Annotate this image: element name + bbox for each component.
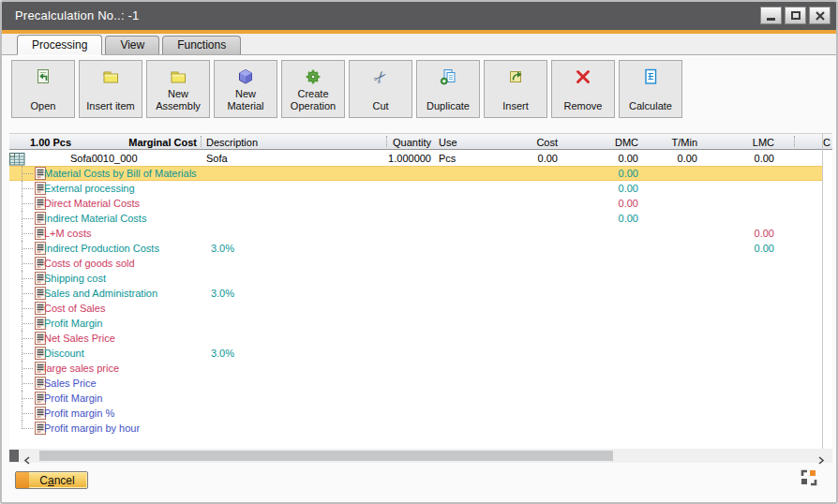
remove-button[interactable]: Remove xyxy=(551,60,615,118)
cancel-button[interactable]: Cancel xyxy=(15,471,88,489)
main-item-row[interactable]: Sofa0010_000 Sofa 1.000000 Pcs 0.00 0.00… xyxy=(9,151,822,166)
table-row[interactable]: Discount 3.0% xyxy=(9,346,822,361)
titlebar: Precalculation No..: -1 xyxy=(2,2,836,30)
column-dmc: DMC xyxy=(573,136,638,149)
row-label: Shipping cost xyxy=(44,272,106,285)
row-dmc-value: 0.00 xyxy=(573,182,638,195)
tree-branch xyxy=(22,398,33,399)
calculate-icon xyxy=(620,67,681,87)
table-row[interactable]: Costs of goods sold xyxy=(9,256,822,271)
tree-branch xyxy=(22,248,33,249)
table-row[interactable]: External processing 0.00 xyxy=(9,181,822,196)
row-dmc-value xyxy=(573,242,638,255)
tree-branch xyxy=(22,353,33,354)
table-row[interactable]: Profit margin by hour xyxy=(9,421,822,436)
column-separator xyxy=(201,136,202,147)
table-row[interactable]: L+M costs 0.00 xyxy=(9,226,822,241)
row-lmc-value xyxy=(709,422,774,435)
scroll-left-button[interactable] xyxy=(23,452,31,468)
new-material-button[interactable]: New Material xyxy=(214,60,277,118)
table-row[interactable]: Sales and Administration 3.0% xyxy=(9,286,822,301)
column-cost: Cost xyxy=(492,136,558,149)
table-row[interactable]: Profit Margin xyxy=(9,316,822,331)
row-lmc-value: 0.00 xyxy=(709,227,774,240)
column-pcs: 1.00 Pcs xyxy=(30,136,71,149)
close-button[interactable] xyxy=(809,7,831,24)
new-assembly-button[interactable]: New Assembly xyxy=(146,60,210,118)
column-quantity: Quantity xyxy=(366,136,431,149)
row-dmc-value xyxy=(573,272,638,285)
row-label: Profit margin % xyxy=(44,407,114,420)
row-label: Profit margin by hour xyxy=(44,422,140,435)
row-label: Net Sales Price xyxy=(44,332,115,345)
window-controls xyxy=(760,7,831,24)
folder-icon xyxy=(80,67,142,87)
table-row[interactable]: Indirect Production Costs 3.0% 0.00 xyxy=(9,241,822,256)
row-dmc-value xyxy=(573,332,638,345)
insert-button[interactable]: Insert xyxy=(484,60,547,118)
row-lmc-value xyxy=(709,272,774,285)
table-row[interactable]: Indirect Material Costs 0.00 xyxy=(9,211,822,226)
table-row[interactable]: Profit margin % xyxy=(9,406,822,421)
row-dmc-value xyxy=(573,407,638,420)
table-row[interactable]: Material Costs by Bill of Materials 0.00 xyxy=(9,166,822,181)
cut-button[interactable]: ✂ Cut xyxy=(349,60,412,118)
row-dmc-value xyxy=(573,287,638,300)
tab-functions[interactable]: Functions xyxy=(162,36,241,54)
horizontal-scrollbar[interactable] xyxy=(9,449,832,463)
row-dmc-value: 0.00 xyxy=(573,212,638,225)
row-dmc-value: 0.00 xyxy=(573,167,638,180)
row-label: Costs of goods sold xyxy=(44,257,135,270)
row-label: Indirect Material Costs xyxy=(44,212,146,225)
column-marginal-cost: Marginal Cost xyxy=(96,136,197,149)
row-percent xyxy=(189,272,234,285)
table-row[interactable]: Net Sales Price xyxy=(9,331,822,346)
table-row[interactable]: Shipping cost xyxy=(9,271,822,286)
item-t-min: 0.00 xyxy=(632,152,697,165)
tree-branch xyxy=(22,383,33,384)
create-operation-button[interactable]: Create Operation xyxy=(281,60,345,118)
maximize-button[interactable] xyxy=(785,7,806,24)
row-lmc-value xyxy=(709,362,774,375)
table-row[interactable]: Direct Material Costs 0.00 xyxy=(9,196,822,211)
row-percent: 3.0% xyxy=(189,287,234,300)
scrollbar-thumb[interactable] xyxy=(39,451,613,461)
row-label: Profit Margin xyxy=(44,392,102,405)
row-dmc-value xyxy=(573,227,638,240)
open-button[interactable]: Open xyxy=(11,60,75,118)
row-percent xyxy=(189,317,234,330)
row-label: Sales Price xyxy=(44,377,97,390)
row-lmc-value xyxy=(709,287,774,300)
row-percent xyxy=(189,257,234,270)
insert-arrow-icon xyxy=(485,67,546,87)
material-cube-icon xyxy=(215,67,277,87)
table-row[interactable]: Cost of Sales xyxy=(9,301,822,316)
tab-view[interactable]: View xyxy=(105,36,159,54)
tree-branch xyxy=(22,233,33,234)
row-lmc-value xyxy=(709,182,774,195)
column-separator xyxy=(794,136,795,147)
table-row[interactable]: Profit Margin xyxy=(9,391,822,406)
tree-branch xyxy=(22,188,33,189)
tab-processing[interactable]: Processing xyxy=(17,35,102,55)
calculate-button[interactable]: Calculate xyxy=(619,60,682,118)
scrollbar-corner-block xyxy=(9,450,19,462)
tree-branch xyxy=(22,278,33,279)
cancel-button-label: Cancel xyxy=(27,474,87,487)
window-title: Precalculation No..: -1 xyxy=(15,8,140,22)
table-row[interactable]: Sales Price xyxy=(9,376,822,391)
row-label: Direct Material Costs xyxy=(44,197,140,210)
column-t-min: T/Min xyxy=(632,136,697,149)
minimize-button[interactable] xyxy=(760,7,782,24)
remove-x-icon xyxy=(552,67,614,87)
row-dmc-value xyxy=(573,317,638,330)
tree-branch xyxy=(22,308,33,309)
duplicate-button[interactable]: Duplicate xyxy=(416,60,480,118)
tree-branch xyxy=(22,323,33,324)
table-row[interactable]: large sales price xyxy=(9,361,822,376)
row-percent xyxy=(189,197,234,210)
resize-grip-icon[interactable] xyxy=(801,469,817,486)
insert-item-button[interactable]: Insert item xyxy=(79,60,142,118)
scroll-right-button[interactable] xyxy=(817,452,825,468)
row-percent xyxy=(189,302,234,315)
